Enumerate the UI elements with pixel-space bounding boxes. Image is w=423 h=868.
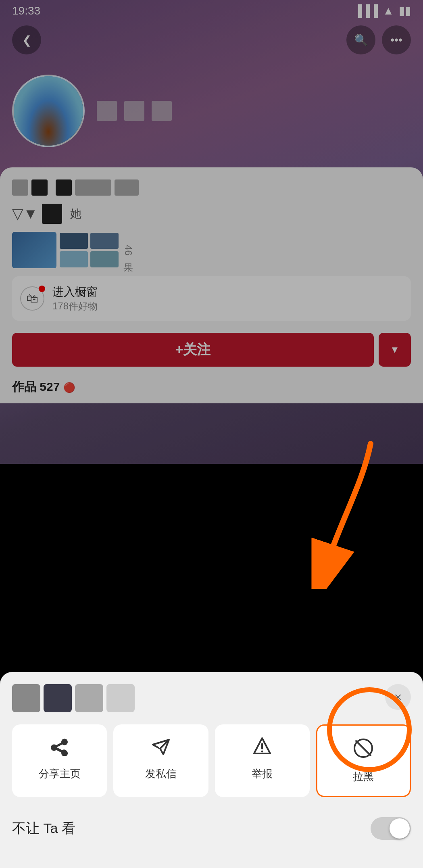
sheet-avatar-blocks <box>12 684 135 712</box>
share-button[interactable]: 分享主页 <box>12 724 107 797</box>
sheet-header: × <box>12 684 411 712</box>
sheet-avatar-block-4 <box>106 684 135 712</box>
message-label: 发私信 <box>145 767 177 781</box>
message-icon <box>151 737 171 760</box>
report-button[interactable]: 举报 <box>215 724 310 797</box>
block-button[interactable]: 拉黑 <box>316 724 411 797</box>
bottom-sheet: × 分享主页 发私信 <box>0 672 423 868</box>
actions-row: 分享主页 发私信 <box>12 724 411 797</box>
toggle-label: 不让 Ta 看 <box>12 819 75 838</box>
toggle-knob <box>390 818 410 839</box>
message-button[interactable]: 发私信 <box>113 724 208 797</box>
share-label: 分享主页 <box>39 767 81 781</box>
sheet-avatar-block-3 <box>75 684 103 712</box>
report-icon <box>252 737 272 760</box>
toggle-row: 不让 Ta 看 <box>12 813 411 844</box>
block-label: 拉黑 <box>353 770 374 784</box>
not-show-toggle[interactable] <box>371 817 411 840</box>
sheet-avatar-block-1 <box>12 684 40 712</box>
svg-point-1 <box>261 751 263 753</box>
close-button[interactable]: × <box>385 684 411 710</box>
sheet-avatar-block-2 <box>44 684 72 712</box>
svg-line-3 <box>356 741 371 755</box>
report-label: 举报 <box>252 767 273 781</box>
block-icon <box>353 738 374 763</box>
close-icon: × <box>394 690 402 705</box>
share-icon <box>50 737 69 760</box>
